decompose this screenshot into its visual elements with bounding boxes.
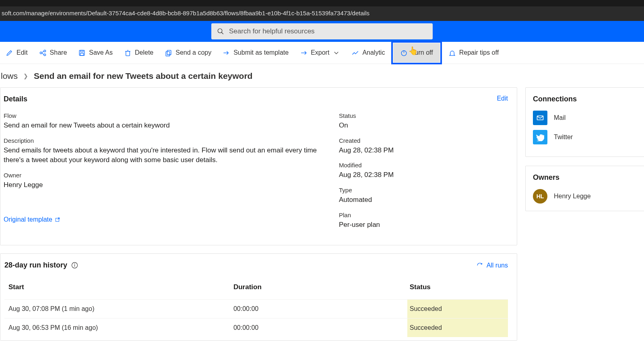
cell-start: Aug 30, 06:53 PM (16 min ago) — [4, 319, 231, 337]
twitter-icon — [533, 130, 547, 144]
owner-row[interactable]: HL Henry Legge — [533, 189, 644, 204]
mail-label: Mail — [554, 114, 566, 121]
send-copy-button[interactable]: Send a copy — [159, 44, 217, 62]
history-heading-text: 28-day run history — [4, 261, 67, 269]
status-label: Status — [339, 112, 508, 119]
run-history-card: 28-day run history All runs Start Durati… — [0, 253, 517, 341]
submit-template-label: Submit as template — [233, 49, 289, 56]
history-table: Start Duration Status Aug 30, 07:08 PM (… — [4, 279, 508, 337]
save-icon — [78, 49, 86, 57]
connection-mail[interactable]: Mail — [533, 111, 644, 125]
breadcrumb: lows ❯ Send an email for new Tweets abou… — [0, 64, 644, 87]
delete-button[interactable]: Delete — [118, 44, 159, 62]
description-value: Send emails for tweets about a keyword t… — [4, 146, 331, 165]
svg-rect-8 — [81, 50, 83, 52]
table-row[interactable]: Aug 30, 06:53 PM (16 min ago) 00:00:00 S… — [4, 319, 508, 337]
delete-label: Delete — [135, 49, 153, 56]
search-input[interactable] — [229, 27, 427, 35]
twitter-label: Twitter — [554, 134, 573, 141]
svg-rect-14 — [166, 51, 170, 56]
status-value: On — [339, 121, 508, 131]
details-card: Details Edit Flow Send an email for new … — [0, 87, 517, 245]
copy-icon — [165, 49, 172, 57]
bell-icon — [448, 49, 456, 57]
cell-status: Succeeded — [407, 319, 508, 337]
history-heading: 28-day run history — [4, 261, 78, 269]
analytics-button[interactable]: Analytic — [346, 44, 390, 62]
table-row[interactable]: Aug 30, 07:08 PM (1 min ago) 00:00:00 Su… — [4, 300, 508, 319]
edit-label: Edit — [17, 49, 28, 56]
modified-value: Aug 28, 02:38 PM — [339, 170, 508, 180]
save-as-button[interactable]: Save As — [72, 44, 118, 62]
details-heading: Details — [4, 95, 27, 103]
external-link-icon — [55, 217, 60, 222]
send-copy-label: Send a copy — [175, 49, 211, 56]
type-value: Automated — [339, 195, 508, 205]
edit-button[interactable]: Edit — [0, 44, 33, 62]
edit-icon — [6, 49, 13, 57]
power-icon — [400, 49, 408, 57]
description-label: Description — [4, 137, 331, 144]
export-label: Export — [311, 49, 329, 56]
cell-start: Aug 30, 07:08 PM (1 min ago) — [4, 300, 231, 319]
url-bar[interactable]: soft.com/manage/environments/Default-375… — [0, 6, 644, 21]
connections-card: Connections Mail Twitter — [525, 87, 644, 157]
save-as-label: Save As — [89, 49, 113, 56]
svg-point-23 — [74, 264, 75, 264]
search-icon — [217, 28, 224, 35]
original-template-link[interactable]: Original template — [4, 216, 60, 223]
info-icon[interactable] — [71, 262, 78, 269]
svg-point-0 — [218, 29, 222, 33]
avatar: HL — [533, 189, 547, 204]
export-icon — [300, 49, 308, 57]
svg-rect-13 — [167, 50, 171, 55]
search-box[interactable] — [211, 23, 433, 39]
share-icon — [39, 49, 47, 57]
details-edit-link[interactable]: Edit — [497, 95, 508, 102]
owner-label: Owner — [4, 172, 331, 179]
page-title: Send an email for new Tweets about a cer… — [34, 71, 252, 81]
svg-point-2 — [40, 52, 42, 54]
chevron-right-icon: ❯ — [23, 73, 28, 79]
repair-tips-button[interactable]: Repair tips off — [443, 44, 504, 62]
chevron-down-icon — [332, 49, 340, 57]
app-header — [0, 21, 644, 42]
all-runs-text: All runs — [487, 262, 508, 269]
turn-off-button[interactable]: Turn off 👆 — [391, 41, 442, 64]
svg-rect-10 — [126, 51, 130, 56]
submit-icon — [223, 49, 230, 57]
refresh-icon — [476, 262, 483, 269]
plan-value: Per-user plan — [339, 220, 508, 230]
connections-heading: Connections — [533, 95, 644, 103]
svg-point-4 — [43, 53, 45, 56]
export-button[interactable]: Export — [294, 44, 346, 62]
mail-icon — [533, 111, 547, 125]
col-status[interactable]: Status — [407, 279, 508, 300]
owner-name: Henry Legge — [554, 193, 591, 200]
submit-template-button[interactable]: Submit as template — [217, 44, 294, 62]
breadcrumb-parent[interactable]: lows — [1, 71, 18, 81]
connection-twitter[interactable]: Twitter — [533, 130, 644, 144]
plan-label: Plan — [339, 212, 508, 218]
svg-line-20 — [58, 218, 60, 220]
cell-duration: 00:00:00 — [231, 300, 407, 319]
owners-card: Owners HL Henry Legge — [525, 166, 644, 211]
original-template-text: Original template — [4, 216, 52, 223]
owner-value: Henry Legge — [4, 180, 331, 190]
svg-point-3 — [43, 50, 45, 52]
svg-line-5 — [42, 51, 44, 52]
share-label: Share — [50, 49, 67, 56]
analytics-icon — [351, 49, 359, 57]
cell-status: Succeeded — [407, 300, 508, 319]
col-duration[interactable]: Duration — [231, 279, 407, 300]
all-runs-link[interactable]: All runs — [476, 262, 508, 269]
flow-value: Send an email for new Tweets about a cer… — [4, 121, 331, 131]
svg-line-1 — [221, 32, 223, 34]
repair-tips-label: Repair tips off — [459, 49, 499, 56]
col-start[interactable]: Start — [4, 279, 231, 300]
share-button[interactable]: Share — [33, 44, 73, 62]
analytics-label: Analytic — [362, 49, 385, 56]
delete-icon — [124, 49, 132, 57]
url-text: soft.com/manage/environments/Default-375… — [2, 10, 369, 16]
browser-chrome — [0, 0, 644, 6]
